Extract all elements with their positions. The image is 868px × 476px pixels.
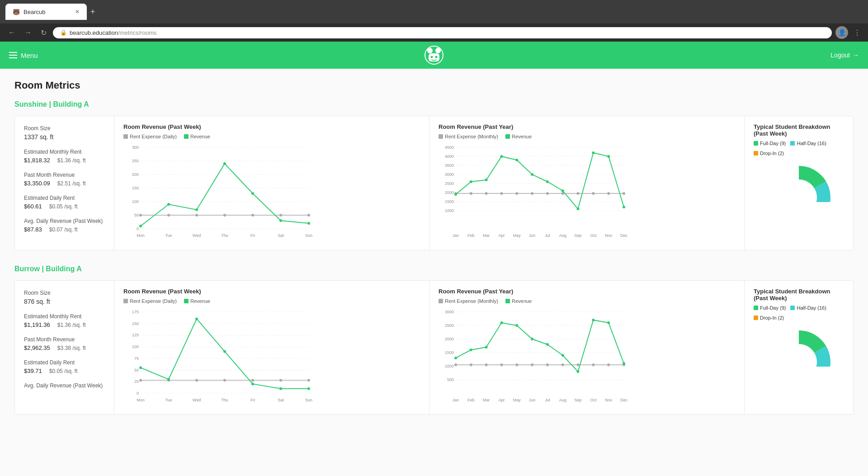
svg-point-1 — [427, 48, 433, 53]
past-month-revenue-sq: $3.38 /sq. ft — [57, 345, 86, 351]
back-button[interactable]: ← — [5, 27, 18, 38]
svg-text:Apr: Apr — [498, 233, 505, 238]
yearly-chart-panel-sunshine: Room Revenue (Past Year) Rent Expense (M… — [429, 116, 745, 250]
avg-daily-revenue-label: Avg. Daily Revenue (Past Week) — [24, 382, 105, 389]
est-daily-rent-label: Estimated Daily Rent — [24, 359, 105, 366]
svg-point-159 — [531, 363, 533, 366]
half-day-legend: Half-Day (16) — [790, 305, 826, 311]
svg-point-126 — [223, 350, 226, 353]
est-daily-rent-sq: $0.05 /sq. ft — [49, 203, 78, 210]
revenue-yearly-legend: Revenue — [505, 134, 532, 139]
svg-point-122 — [307, 379, 310, 382]
avg-daily-revenue-main: $87.83 — [24, 226, 42, 233]
address-bar[interactable]: 🔒 bearcub.education/metrics/rooms — [53, 27, 832, 38]
svg-point-37 — [223, 162, 226, 165]
expense-monthly-dot — [439, 299, 443, 303]
svg-text:Wed: Wed — [193, 233, 201, 238]
expense-legend: Rent Expense (Daily) — [123, 298, 177, 304]
svg-point-36 — [195, 208, 198, 211]
revenue-yearly-dot — [505, 134, 510, 139]
browser-menu-button[interactable]: ⋮ — [852, 27, 863, 39]
svg-text:125: 125 — [132, 333, 139, 337]
svg-point-32 — [279, 214, 282, 217]
svg-text:May: May — [513, 233, 521, 238]
svg-text:1500: 1500 — [445, 350, 454, 355]
svg-point-157 — [500, 363, 503, 366]
svg-text:Aug: Aug — [559, 398, 566, 402]
menu-button[interactable]: Menu — [9, 52, 38, 59]
app-logo — [425, 46, 443, 65]
logout-label: Logout — [830, 52, 850, 59]
profile-button[interactable]: 👤 — [835, 26, 848, 39]
weekly-chart-title: Room Revenue (Past Week) — [123, 123, 420, 130]
expense-legend-label: Rent Expense (Daily) — [130, 134, 177, 139]
metrics-row-burrow: Room Size 876 sq. ft Estimated Monthly R… — [14, 280, 854, 415]
donut-legend: Full-Day (9) Half-Day (16) Drop-In (2) — [754, 305, 844, 320]
est-monthly-rent-block: Estimated Monthly Rent $1,818.32 $1.36 /… — [24, 149, 105, 164]
est-monthly-rent-label: Estimated Monthly Rent — [24, 149, 105, 155]
svg-text:Jan: Jan — [453, 398, 459, 402]
new-tab-button[interactable]: + — [90, 7, 95, 17]
reload-button[interactable]: ↻ — [38, 27, 49, 39]
yearly-chart-panel-burrow: Room Revenue (Past Year) Rent Expense (M… — [429, 281, 745, 414]
room-size-value: 876 sq. ft — [24, 298, 105, 305]
tab-title: Bearcub — [24, 9, 45, 15]
svg-text:Sun: Sun — [305, 398, 312, 402]
room-size-value: 1337 sq. ft — [24, 133, 105, 141]
svg-point-89 — [577, 207, 580, 210]
svg-point-169 — [500, 321, 503, 324]
svg-text:Nov: Nov — [605, 398, 613, 402]
svg-point-88 — [561, 189, 564, 192]
svg-point-85 — [515, 159, 518, 161]
svg-point-39 — [279, 219, 282, 222]
svg-text:250: 250 — [132, 159, 139, 163]
svg-point-160 — [546, 363, 549, 366]
svg-point-79 — [607, 192, 610, 195]
svg-text:4000: 4000 — [445, 154, 454, 159]
svg-point-86 — [531, 173, 533, 176]
drop-in-legend: Drop-In (2) — [754, 315, 784, 320]
svg-text:100: 100 — [132, 344, 139, 349]
svg-point-34 — [139, 225, 142, 227]
building-section-sunshine: Sunshine | Building A Room Size 1337 sq.… — [14, 100, 854, 250]
svg-point-72 — [500, 192, 503, 195]
browser-tab[interactable]: 🐻 Bearcub ✕ — [5, 4, 87, 20]
svg-point-156 — [485, 363, 488, 366]
expense-monthly-label: Rent Expense (Monthly) — [445, 298, 498, 304]
half-day-label: Half-Day (16) — [797, 141, 826, 146]
svg-text:50: 50 — [134, 368, 139, 372]
svg-point-125 — [195, 317, 198, 320]
revenue-legend-dot — [184, 134, 189, 139]
svg-point-129 — [307, 387, 310, 390]
svg-point-121 — [279, 379, 282, 382]
svg-text:Mar: Mar — [483, 398, 490, 402]
room-stats-sunshine: Room Size 1337 sq. ft Estimated Monthly … — [15, 116, 114, 250]
svg-text:Nov: Nov — [605, 233, 613, 238]
avg-daily-revenue-block: Avg. Daily Revenue (Past Week) — [24, 382, 105, 391]
svg-point-155 — [470, 363, 472, 366]
svg-point-40 — [307, 222, 310, 225]
expense-legend-dot — [123, 134, 128, 139]
expense-legend: Rent Expense (Daily) — [123, 134, 177, 139]
past-month-revenue-main: $2,962.35 — [24, 344, 50, 351]
forward-button[interactable]: → — [22, 27, 34, 38]
weekly-chart-legend: Rent Expense (Daily) Revenue — [123, 298, 420, 304]
svg-point-2 — [435, 48, 441, 53]
svg-text:Sep: Sep — [574, 398, 581, 402]
full-day-legend: Full-Day (9) — [754, 141, 786, 146]
svg-text:4500: 4500 — [445, 145, 454, 150]
svg-point-75 — [546, 192, 549, 195]
browser-chrome: 🐻 Bearcub ✕ + — [0, 0, 868, 24]
tab-close-button[interactable]: ✕ — [75, 9, 80, 15]
yearly-chart-area: 45004000350030002500200015001000 JanFebM… — [439, 143, 735, 242]
svg-point-71 — [485, 192, 488, 195]
drop-in-dot — [754, 316, 758, 320]
page-title: Room Metrics — [14, 80, 854, 91]
est-monthly-rent-sq: $1.36 /sq. ft — [57, 322, 86, 328]
svg-point-31 — [251, 214, 254, 217]
menu-label: Menu — [21, 52, 38, 59]
donut-area — [754, 161, 844, 202]
logout-button[interactable]: Logout → — [830, 52, 859, 59]
svg-point-73 — [515, 192, 518, 195]
est-daily-rent-sq: $0.05 /sq. ft — [49, 368, 78, 374]
